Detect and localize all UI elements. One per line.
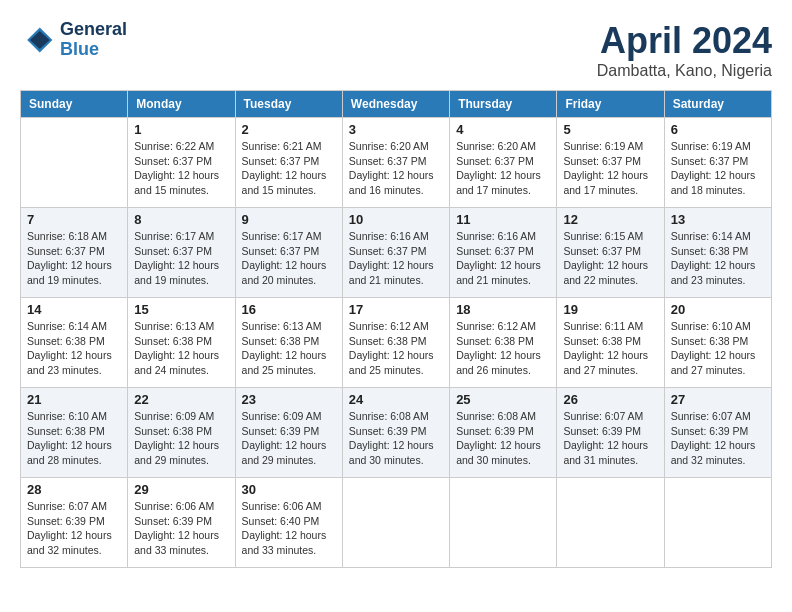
calendar-week-row: 28Sunrise: 6:07 AM Sunset: 6:39 PM Dayli… xyxy=(21,478,772,568)
day-number: 14 xyxy=(27,302,121,317)
calendar-cell: 28Sunrise: 6:07 AM Sunset: 6:39 PM Dayli… xyxy=(21,478,128,568)
day-info: Sunrise: 6:20 AM Sunset: 6:37 PM Dayligh… xyxy=(456,139,550,198)
calendar-table: SundayMondayTuesdayWednesdayThursdayFrid… xyxy=(20,90,772,568)
calendar-week-row: 14Sunrise: 6:14 AM Sunset: 6:38 PM Dayli… xyxy=(21,298,772,388)
day-number: 30 xyxy=(242,482,336,497)
day-info: Sunrise: 6:13 AM Sunset: 6:38 PM Dayligh… xyxy=(242,319,336,378)
calendar-cell: 2Sunrise: 6:21 AM Sunset: 6:37 PM Daylig… xyxy=(235,118,342,208)
calendar-cell: 9Sunrise: 6:17 AM Sunset: 6:37 PM Daylig… xyxy=(235,208,342,298)
day-info: Sunrise: 6:06 AM Sunset: 6:40 PM Dayligh… xyxy=(242,499,336,558)
calendar-cell: 30Sunrise: 6:06 AM Sunset: 6:40 PM Dayli… xyxy=(235,478,342,568)
day-info: Sunrise: 6:08 AM Sunset: 6:39 PM Dayligh… xyxy=(456,409,550,468)
calendar-cell: 8Sunrise: 6:17 AM Sunset: 6:37 PM Daylig… xyxy=(128,208,235,298)
calendar-cell: 15Sunrise: 6:13 AM Sunset: 6:38 PM Dayli… xyxy=(128,298,235,388)
weekday-header-friday: Friday xyxy=(557,91,664,118)
calendar-cell: 21Sunrise: 6:10 AM Sunset: 6:38 PM Dayli… xyxy=(21,388,128,478)
day-number: 27 xyxy=(671,392,765,407)
calendar-cell: 26Sunrise: 6:07 AM Sunset: 6:39 PM Dayli… xyxy=(557,388,664,478)
day-info: Sunrise: 6:13 AM Sunset: 6:38 PM Dayligh… xyxy=(134,319,228,378)
calendar-cell: 25Sunrise: 6:08 AM Sunset: 6:39 PM Dayli… xyxy=(450,388,557,478)
day-number: 12 xyxy=(563,212,657,227)
logo-icon xyxy=(20,22,56,58)
day-number: 22 xyxy=(134,392,228,407)
day-info: Sunrise: 6:07 AM Sunset: 6:39 PM Dayligh… xyxy=(563,409,657,468)
day-number: 5 xyxy=(563,122,657,137)
day-info: Sunrise: 6:16 AM Sunset: 6:37 PM Dayligh… xyxy=(456,229,550,288)
calendar-cell: 29Sunrise: 6:06 AM Sunset: 6:39 PM Dayli… xyxy=(128,478,235,568)
day-number: 25 xyxy=(456,392,550,407)
weekday-header-row: SundayMondayTuesdayWednesdayThursdayFrid… xyxy=(21,91,772,118)
day-info: Sunrise: 6:14 AM Sunset: 6:38 PM Dayligh… xyxy=(27,319,121,378)
calendar-cell: 17Sunrise: 6:12 AM Sunset: 6:38 PM Dayli… xyxy=(342,298,449,388)
calendar-cell: 13Sunrise: 6:14 AM Sunset: 6:38 PM Dayli… xyxy=(664,208,771,298)
calendar-cell: 6Sunrise: 6:19 AM Sunset: 6:37 PM Daylig… xyxy=(664,118,771,208)
calendar-cell: 18Sunrise: 6:12 AM Sunset: 6:38 PM Dayli… xyxy=(450,298,557,388)
calendar-week-row: 7Sunrise: 6:18 AM Sunset: 6:37 PM Daylig… xyxy=(21,208,772,298)
day-info: Sunrise: 6:16 AM Sunset: 6:37 PM Dayligh… xyxy=(349,229,443,288)
calendar-cell: 12Sunrise: 6:15 AM Sunset: 6:37 PM Dayli… xyxy=(557,208,664,298)
day-info: Sunrise: 6:15 AM Sunset: 6:37 PM Dayligh… xyxy=(563,229,657,288)
weekday-header-sunday: Sunday xyxy=(21,91,128,118)
day-number: 21 xyxy=(27,392,121,407)
calendar-cell: 10Sunrise: 6:16 AM Sunset: 6:37 PM Dayli… xyxy=(342,208,449,298)
day-number: 15 xyxy=(134,302,228,317)
day-info: Sunrise: 6:09 AM Sunset: 6:39 PM Dayligh… xyxy=(242,409,336,468)
page-header: General Blue April 2024 Dambatta, Kano, … xyxy=(20,20,772,80)
weekday-header-saturday: Saturday xyxy=(664,91,771,118)
day-number: 26 xyxy=(563,392,657,407)
day-info: Sunrise: 6:06 AM Sunset: 6:39 PM Dayligh… xyxy=(134,499,228,558)
day-number: 13 xyxy=(671,212,765,227)
weekday-header-thursday: Thursday xyxy=(450,91,557,118)
day-number: 4 xyxy=(456,122,550,137)
day-info: Sunrise: 6:14 AM Sunset: 6:38 PM Dayligh… xyxy=(671,229,765,288)
day-info: Sunrise: 6:08 AM Sunset: 6:39 PM Dayligh… xyxy=(349,409,443,468)
calendar-cell: 1Sunrise: 6:22 AM Sunset: 6:37 PM Daylig… xyxy=(128,118,235,208)
day-number: 10 xyxy=(349,212,443,227)
day-info: Sunrise: 6:19 AM Sunset: 6:37 PM Dayligh… xyxy=(563,139,657,198)
calendar-cell: 3Sunrise: 6:20 AM Sunset: 6:37 PM Daylig… xyxy=(342,118,449,208)
location: Dambatta, Kano, Nigeria xyxy=(597,62,772,80)
title-block: April 2024 Dambatta, Kano, Nigeria xyxy=(597,20,772,80)
calendar-cell: 27Sunrise: 6:07 AM Sunset: 6:39 PM Dayli… xyxy=(664,388,771,478)
day-info: Sunrise: 6:09 AM Sunset: 6:38 PM Dayligh… xyxy=(134,409,228,468)
day-info: Sunrise: 6:12 AM Sunset: 6:38 PM Dayligh… xyxy=(456,319,550,378)
calendar-cell: 4Sunrise: 6:20 AM Sunset: 6:37 PM Daylig… xyxy=(450,118,557,208)
day-number: 16 xyxy=(242,302,336,317)
calendar-cell: 5Sunrise: 6:19 AM Sunset: 6:37 PM Daylig… xyxy=(557,118,664,208)
logo-line2: Blue xyxy=(60,40,127,60)
calendar-cell: 20Sunrise: 6:10 AM Sunset: 6:38 PM Dayli… xyxy=(664,298,771,388)
calendar-week-row: 21Sunrise: 6:10 AM Sunset: 6:38 PM Dayli… xyxy=(21,388,772,478)
day-number: 2 xyxy=(242,122,336,137)
day-info: Sunrise: 6:10 AM Sunset: 6:38 PM Dayligh… xyxy=(671,319,765,378)
day-info: Sunrise: 6:07 AM Sunset: 6:39 PM Dayligh… xyxy=(27,499,121,558)
day-number: 29 xyxy=(134,482,228,497)
calendar-cell xyxy=(557,478,664,568)
calendar-cell xyxy=(21,118,128,208)
day-number: 17 xyxy=(349,302,443,317)
day-info: Sunrise: 6:18 AM Sunset: 6:37 PM Dayligh… xyxy=(27,229,121,288)
day-number: 7 xyxy=(27,212,121,227)
calendar-cell: 16Sunrise: 6:13 AM Sunset: 6:38 PM Dayli… xyxy=(235,298,342,388)
day-number: 9 xyxy=(242,212,336,227)
day-number: 28 xyxy=(27,482,121,497)
day-number: 24 xyxy=(349,392,443,407)
day-info: Sunrise: 6:10 AM Sunset: 6:38 PM Dayligh… xyxy=(27,409,121,468)
calendar-week-row: 1Sunrise: 6:22 AM Sunset: 6:37 PM Daylig… xyxy=(21,118,772,208)
calendar-cell xyxy=(450,478,557,568)
weekday-header-wednesday: Wednesday xyxy=(342,91,449,118)
svg-marker-1 xyxy=(30,31,50,49)
day-info: Sunrise: 6:11 AM Sunset: 6:38 PM Dayligh… xyxy=(563,319,657,378)
day-number: 19 xyxy=(563,302,657,317)
day-info: Sunrise: 6:07 AM Sunset: 6:39 PM Dayligh… xyxy=(671,409,765,468)
calendar-cell: 19Sunrise: 6:11 AM Sunset: 6:38 PM Dayli… xyxy=(557,298,664,388)
day-info: Sunrise: 6:12 AM Sunset: 6:38 PM Dayligh… xyxy=(349,319,443,378)
day-number: 23 xyxy=(242,392,336,407)
day-number: 1 xyxy=(134,122,228,137)
calendar-cell xyxy=(342,478,449,568)
day-number: 6 xyxy=(671,122,765,137)
weekday-header-monday: Monday xyxy=(128,91,235,118)
logo: General Blue xyxy=(20,20,127,60)
calendar-cell: 11Sunrise: 6:16 AM Sunset: 6:37 PM Dayli… xyxy=(450,208,557,298)
day-number: 8 xyxy=(134,212,228,227)
day-number: 20 xyxy=(671,302,765,317)
